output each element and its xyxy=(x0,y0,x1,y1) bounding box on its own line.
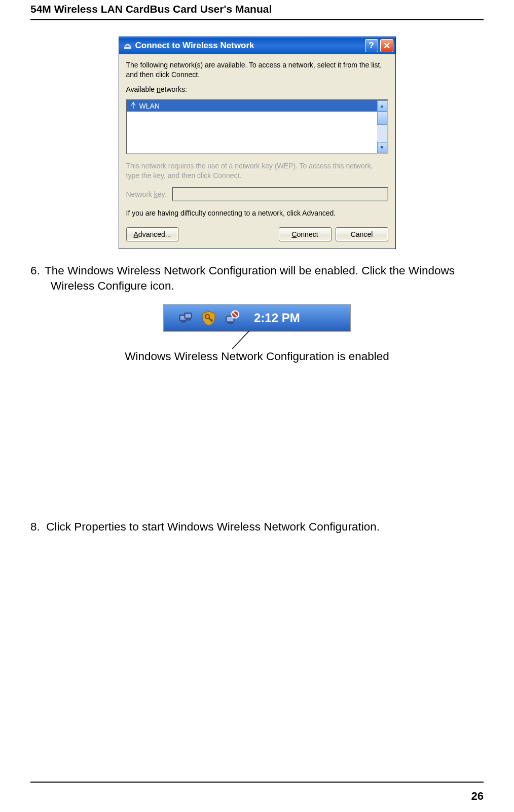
connect-button[interactable]: Connect xyxy=(279,227,332,241)
scrollbar[interactable]: ▲ ▼ xyxy=(377,100,387,153)
svg-rect-9 xyxy=(181,321,186,323)
scroll-up-button[interactable]: ▲ xyxy=(377,100,387,112)
svg-rect-8 xyxy=(186,314,191,317)
svg-rect-10 xyxy=(186,319,191,321)
network-key-input[interactable] xyxy=(172,187,388,201)
antenna-icon xyxy=(130,101,136,110)
network-computers-icon[interactable] xyxy=(178,309,195,327)
header-rule xyxy=(30,19,484,20)
svg-line-19 xyxy=(232,331,249,349)
scroll-track[interactable] xyxy=(377,125,387,142)
advanced-instruction-text: If you are having difficulty connecting … xyxy=(126,208,388,218)
network-list-item[interactable]: WLAN xyxy=(127,100,377,112)
svg-line-13 xyxy=(211,320,212,321)
wireless-dialog-icon xyxy=(123,41,132,50)
callout-line xyxy=(30,332,484,350)
help-button[interactable]: ? xyxy=(365,39,378,52)
step-8: 8. Click Properties to start Windows Wir… xyxy=(30,520,484,534)
advanced-button[interactable]: Advanced... xyxy=(126,227,179,241)
available-networks-list[interactable]: WLAN ▲ ▼ xyxy=(126,99,388,154)
svg-rect-16 xyxy=(228,323,234,324)
svg-rect-0 xyxy=(124,47,131,49)
system-tray: 2:12 PM xyxy=(163,304,351,332)
svg-point-4 xyxy=(132,102,133,103)
wireless-config-icon[interactable] xyxy=(223,309,240,327)
scroll-thumb[interactable] xyxy=(377,112,387,125)
wep-instruction-text: This network requires the use of a netwo… xyxy=(126,161,388,181)
page-header: 54M Wireless LAN CardBus Card User's Man… xyxy=(30,0,484,19)
network-name: WLAN xyxy=(139,102,160,110)
cancel-button[interactable]: Cancel xyxy=(336,227,388,241)
dialog-title: Connect to Wireless Network xyxy=(135,41,254,51)
dialog-intro-text: The following network(s) are available. … xyxy=(126,60,388,80)
close-button[interactable]: ✕ xyxy=(380,39,393,52)
page-number: 26 xyxy=(471,790,484,803)
available-networks-label: Available networks: xyxy=(126,85,388,94)
tray-clock: 2:12 PM xyxy=(254,311,300,325)
svg-rect-15 xyxy=(227,317,233,321)
key-shield-icon[interactable] xyxy=(200,309,217,327)
footer-rule xyxy=(30,782,484,783)
network-key-label: Network key: xyxy=(126,190,167,198)
step-6: 6.The Windows Wireless Network Configura… xyxy=(30,263,484,293)
scroll-down-button[interactable]: ▼ xyxy=(377,142,387,153)
titlebar: Connect to Wireless Network ? ✕ xyxy=(119,37,395,54)
connect-wireless-dialog: Connect to Wireless Network ? ✕ The foll… xyxy=(119,37,396,249)
figure-caption: Windows Wireless Network Configuration i… xyxy=(30,350,484,363)
